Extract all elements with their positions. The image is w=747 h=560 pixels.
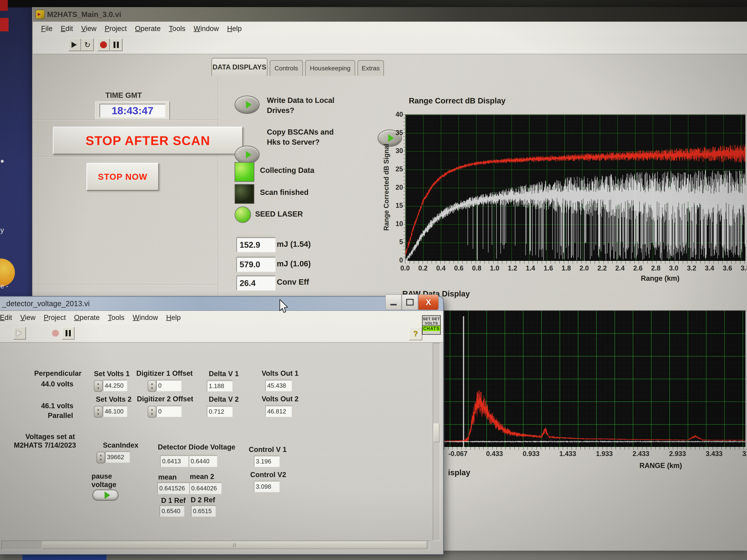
menu-file[interactable]: File <box>41 25 52 33</box>
det-menu-project[interactable]: Project <box>44 314 66 322</box>
screen: y e - M2HATS_Main_3.0.vi File Edit View … <box>0 0 747 560</box>
menu-edit[interactable]: Edit <box>61 25 73 33</box>
detector-diode-voltage-label: Detector Diode Voltage <box>158 443 235 451</box>
digitizer-1-offset-spinner[interactable]: ▲▼ <box>148 380 156 392</box>
help-button[interactable]: ? <box>409 327 422 340</box>
det-menu-tools[interactable]: Tools <box>108 314 125 322</box>
ytick: 25 <box>395 165 403 173</box>
pause-voltage-toggle[interactable] <box>93 490 119 501</box>
range-correct-label: Range Correct dB Display <box>409 96 506 105</box>
det-menu-edit[interactable]: Edit <box>0 314 12 322</box>
set-volts-2-label: Set Volts 2 <box>96 395 131 403</box>
chart1-xticks: 0.0 0.2 0.4 0.6 0.8 1.0 1.2 1.4 1.6 1.8 … <box>396 264 747 272</box>
v-scrollbar[interactable] <box>433 343 440 541</box>
mean-label: mean <box>158 473 177 481</box>
xtick: 0.0 <box>396 264 414 272</box>
xtick: 3.8 <box>736 264 747 272</box>
det-pause-button[interactable] <box>62 327 75 340</box>
stop-after-scan-button[interactable]: STOP AFTER SCAN <box>53 127 243 155</box>
scanindex-spinner[interactable]: ▲▼ <box>97 452 105 463</box>
d2-ref-label: D 2 Ref <box>191 496 215 504</box>
set-volts-1-label: Set Volts 1 <box>94 370 130 378</box>
maximize-icon <box>406 299 414 305</box>
delta-v-2-value: 0.712 <box>207 406 232 417</box>
delta-v-1-value: 1.188 <box>207 381 232 392</box>
h-scrollbar-thumb[interactable] <box>42 541 427 549</box>
det-run-button[interactable] <box>13 327 26 340</box>
xtick: 2.933 <box>666 450 689 458</box>
minimize-button[interactable] <box>385 294 402 310</box>
maximize-button[interactable] <box>402 294 418 310</box>
tab-extras[interactable]: Extras <box>357 60 384 76</box>
scan-finished-indicator <box>235 184 254 204</box>
xtick: 2.4 <box>611 264 629 272</box>
readout-conv-eff-label: Conv Eff <box>277 277 309 287</box>
menu-tools[interactable]: Tools <box>169 25 185 33</box>
abort-button[interactable] <box>97 38 110 51</box>
h-scrollbar-grip <box>43 542 427 549</box>
tab-controls[interactable]: Controls <box>270 60 303 76</box>
v-scrollbar-thumb[interactable] <box>434 424 439 442</box>
parallel-value: 46.1 volts <box>41 402 73 410</box>
main-titlebar[interactable]: M2HATS_Main_3.0.vi <box>33 7 747 22</box>
detector-titlebar[interactable]: _detector_voltage_2013.vi <box>0 297 443 311</box>
stop-now-button[interactable]: STOP NOW <box>86 163 159 191</box>
detector-menubar: Edit View Project Operate Tools Window H… <box>0 311 443 325</box>
run-continuous-button[interactable]: ↻ <box>81 38 94 51</box>
readout-mj-154-value: 152.9 <box>236 237 276 252</box>
main-menubar: File Edit View Project Operate Tools Win… <box>33 22 747 36</box>
time-gmt-value: 18:43:47 <box>111 105 153 117</box>
ytick: 0 <box>399 256 403 264</box>
d2-ref-value: 0.6515 <box>191 506 216 517</box>
det-menu-window[interactable]: Window <box>133 314 158 322</box>
det-menu-operate[interactable]: Operate <box>74 314 100 322</box>
mouse-cursor <box>279 299 289 314</box>
seed-laser-label: SEED LASER <box>255 210 303 218</box>
vi-icon-badge[interactable]: SET DET VOLTS CHATS <box>422 315 441 335</box>
xtick: 2.6 <box>629 264 647 272</box>
det-menu-help[interactable]: Help <box>166 314 181 322</box>
set-volts-2-spinner[interactable]: ▲▼ <box>94 406 103 418</box>
det-pause-icon <box>66 330 71 337</box>
menu-project[interactable]: Project <box>105 25 127 33</box>
desktop-dot <box>1 160 4 163</box>
xtick: 0.933 <box>520 450 542 458</box>
set-volts-2-input[interactable]: 46.100 <box>103 406 127 417</box>
abort-icon <box>100 42 107 48</box>
seed-laser-led <box>235 207 251 223</box>
main-toolbar: ↻ <box>33 35 747 54</box>
det-abort-button[interactable] <box>49 327 62 340</box>
copy-bscans-toggle[interactable] <box>235 145 260 164</box>
window-controls: X <box>385 294 439 310</box>
det-menu-view[interactable]: View <box>20 314 36 322</box>
xtick: 1.4 <box>521 264 539 272</box>
det-run-icon <box>17 330 25 336</box>
run-button[interactable] <box>68 38 81 51</box>
write-data-toggle[interactable] <box>235 96 260 114</box>
set-volts-1-input[interactable]: 44.250 <box>103 380 127 391</box>
h-scrollbar[interactable] <box>1 540 430 550</box>
run-icon <box>72 42 80 48</box>
digitizer-2-offset-input[interactable]: 0 <box>156 406 182 417</box>
xtick: 0.2 <box>414 264 432 272</box>
main-window-title: M2HATS_Main_3.0.vi <box>47 10 121 19</box>
tab-data-displays[interactable]: DATA DISPLAYS <box>211 58 267 76</box>
collecting-data-label: Collecting Data <box>260 166 314 175</box>
close-button[interactable]: X <box>418 294 439 310</box>
set-volts-1-spinner[interactable]: ▲▼ <box>94 380 103 392</box>
digitizer-2-offset-spinner[interactable]: ▲▼ <box>148 406 156 418</box>
tab-housekeeping[interactable]: Housekeeping <box>305 60 355 76</box>
top-bezel <box>0 0 747 7</box>
menu-operate[interactable]: Operate <box>135 25 161 33</box>
pause-button[interactable] <box>110 38 123 51</box>
menu-window[interactable]: Window <box>194 25 219 33</box>
control-v2-value: 3.098 <box>254 481 280 492</box>
scanindex-input[interactable]: 39662 <box>105 452 130 463</box>
xtick: 0.433 <box>483 450 506 458</box>
desktop-label-e: e - <box>0 282 8 290</box>
menu-help[interactable]: Help <box>227 25 242 33</box>
menu-view[interactable]: View <box>81 25 97 33</box>
digitizer-1-offset-input[interactable]: 0 <box>156 380 182 391</box>
badge-chats: CHATS <box>422 325 440 331</box>
xtick: 3.0 <box>665 264 683 272</box>
